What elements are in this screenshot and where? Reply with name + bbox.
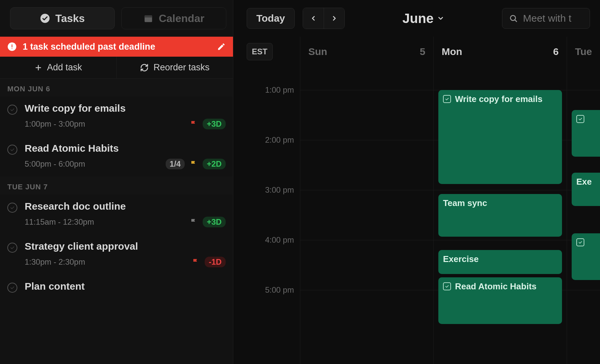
event-checkbox[interactable] — [443, 282, 451, 290]
task-delta: +3D — [203, 217, 226, 227]
flag-icon[interactable] — [189, 218, 198, 226]
task-title: Strategy client approval — [25, 241, 226, 252]
task-item[interactable]: Strategy client approval1:30pm - 2:30pm-… — [0, 235, 233, 275]
flag-icon[interactable] — [189, 120, 198, 128]
task-checkbox[interactable] — [7, 145, 17, 155]
reorder-icon — [140, 63, 149, 72]
time-label: 5:00 pm — [265, 285, 294, 295]
calendar-body: 1:00 pm2:00 pm3:00 pm4:00 pm5:00 pm Writ… — [233, 67, 600, 364]
day-section-header: MON JUN 6 — [0, 79, 233, 97]
task-list: MON JUN 6Write copy for emails1:00pm - 3… — [0, 79, 233, 300]
today-button[interactable]: Today — [247, 8, 295, 29]
task-title: Write copy for emails — [25, 103, 226, 114]
time-label: 3:00 pm — [265, 185, 294, 195]
reorder-tasks-button[interactable]: Reorder tasks — [116, 57, 233, 78]
day-header-tue: Tue — [567, 37, 600, 67]
event-checkbox[interactable] — [576, 115, 584, 123]
flag-icon[interactable] — [189, 160, 198, 168]
deadline-alert[interactable]: 1 task scheduled past deadline — [0, 37, 233, 57]
day-num: 5 — [420, 46, 425, 57]
day-column-mon[interactable]: Write copy for emailsTeam syncExerciseRe… — [433, 67, 567, 364]
task-time: 5:00pm - 6:00pm — [25, 159, 161, 169]
hour-line — [300, 140, 433, 140]
hour-line — [567, 290, 600, 290]
alert-icon — [7, 42, 17, 51]
next-button[interactable] — [324, 8, 344, 29]
event-title: Exercise — [443, 254, 479, 270]
event-title: Write copy for emails — [455, 94, 543, 180]
add-task-button[interactable]: Add task — [0, 57, 116, 78]
task-item[interactable]: Research doc outline11:15am - 12:30pm+3D — [0, 195, 233, 235]
task-time: 1:30pm - 2:30pm — [25, 257, 187, 267]
hour-line — [434, 240, 567, 240]
calendar-icon — [143, 13, 153, 23]
event-title: Exe — [576, 177, 592, 202]
task-title: Read Atomic Habits — [25, 143, 226, 154]
task-delta: -1D — [205, 257, 226, 267]
task-actions: Add task Reorder tasks — [0, 57, 233, 79]
sidebar-tabs: Tasks Calendar — [0, 0, 233, 37]
task-checkbox[interactable] — [7, 283, 17, 293]
search-box[interactable] — [502, 8, 590, 29]
task-item[interactable]: Plan content — [0, 275, 233, 300]
time-column: 1:00 pm2:00 pm3:00 pm4:00 pm5:00 pm — [247, 67, 300, 364]
calendar-event[interactable] — [572, 233, 600, 280]
event-title: Read Atomic Habits — [455, 281, 537, 320]
hour-line — [300, 90, 433, 90]
calendar-event[interactable] — [572, 110, 600, 157]
search-icon — [509, 14, 518, 23]
chevron-down-icon — [437, 15, 444, 22]
timezone-badge[interactable]: EST — [247, 43, 273, 60]
time-label: 4:00 pm — [265, 235, 294, 245]
search-input[interactable] — [523, 13, 583, 24]
svg-rect-2 — [145, 15, 152, 17]
prev-button[interactable] — [303, 8, 324, 29]
time-label: 1:00 pm — [265, 85, 294, 95]
month-picker[interactable]: June — [353, 11, 494, 26]
calendar-event[interactable]: Team sync — [438, 194, 562, 237]
alert-text: 1 task scheduled past deadline — [23, 42, 155, 52]
hour-line — [300, 190, 433, 190]
tab-calendar-label: Calendar — [159, 12, 204, 25]
day-column-sun[interactable] — [300, 67, 433, 364]
task-checkbox[interactable] — [7, 243, 17, 253]
event-checkbox[interactable] — [576, 238, 584, 246]
event-title: Team sync — [443, 198, 487, 233]
event-checkbox[interactable] — [443, 95, 451, 103]
calendar-pane: Today June EST Sun 5 — [233, 0, 600, 364]
day-name: Tue — [575, 46, 592, 57]
calendar-toolbar: Today June — [233, 0, 600, 37]
task-time: 11:15am - 12:30pm — [25, 217, 185, 227]
today-label: Today — [256, 13, 285, 24]
svg-rect-5 — [12, 48, 12, 49]
day-column-tue[interactable]: Exe — [567, 67, 600, 364]
task-title: Research doc outline — [25, 201, 226, 212]
reorder-tasks-label: Reorder tasks — [153, 62, 209, 73]
day-name: Mon — [442, 46, 462, 57]
flag-icon[interactable] — [191, 258, 200, 266]
time-label: 2:00 pm — [265, 135, 294, 145]
edit-icon[interactable] — [217, 42, 226, 51]
hour-line — [434, 190, 567, 190]
timezone-label: EST — [252, 47, 268, 56]
task-item[interactable]: Read Atomic Habits5:00pm - 6:00pm1/4+2D — [0, 137, 233, 177]
day-num: 6 — [553, 46, 559, 57]
tab-calendar[interactable]: Calendar — [121, 7, 226, 29]
day-section-header: TUE JUN 7 — [0, 177, 233, 195]
hour-line — [300, 240, 433, 240]
day-name: Sun — [308, 46, 327, 57]
task-item[interactable]: Write copy for emails1:00pm - 3:00pm+3D — [0, 97, 233, 137]
task-delta: +3D — [203, 119, 226, 129]
calendar-event[interactable]: Read Atomic Habits — [438, 277, 562, 324]
calendar-event[interactable]: Write copy for emails — [438, 90, 562, 184]
add-task-label: Add task — [47, 62, 82, 73]
task-checkbox[interactable] — [7, 203, 17, 213]
calendar-event[interactable]: Exe — [572, 173, 600, 206]
tab-tasks[interactable]: Tasks — [10, 7, 115, 29]
calendar-day-header: EST Sun 5 Mon 6 Tue — [233, 37, 600, 67]
calendar-event[interactable]: Exercise — [438, 250, 562, 274]
month-label-text: June — [402, 11, 433, 26]
task-checkbox[interactable] — [7, 105, 17, 115]
plus-icon — [34, 64, 42, 72]
task-time: 1:00pm - 3:00pm — [25, 119, 185, 129]
